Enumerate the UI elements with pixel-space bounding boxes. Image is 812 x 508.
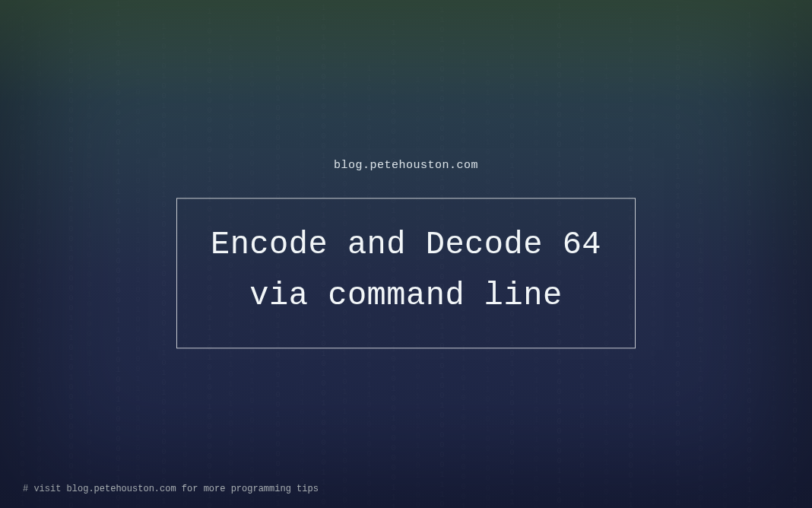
title-frame: Encode and Decode 64 via command line	[176, 198, 636, 348]
title-line-2: via command line	[249, 278, 562, 315]
hero-content: blog.petehouston.com Encode and Decode 6…	[0, 159, 812, 348]
eyebrow-text: blog.petehouston.com	[0, 159, 812, 172]
page-title: Encode and Decode 64 via command line	[211, 220, 601, 322]
title-line-1: Encode and Decode 64	[211, 227, 601, 263]
footer-hint: # visit blog.petehouston.com for more pr…	[23, 484, 319, 494]
